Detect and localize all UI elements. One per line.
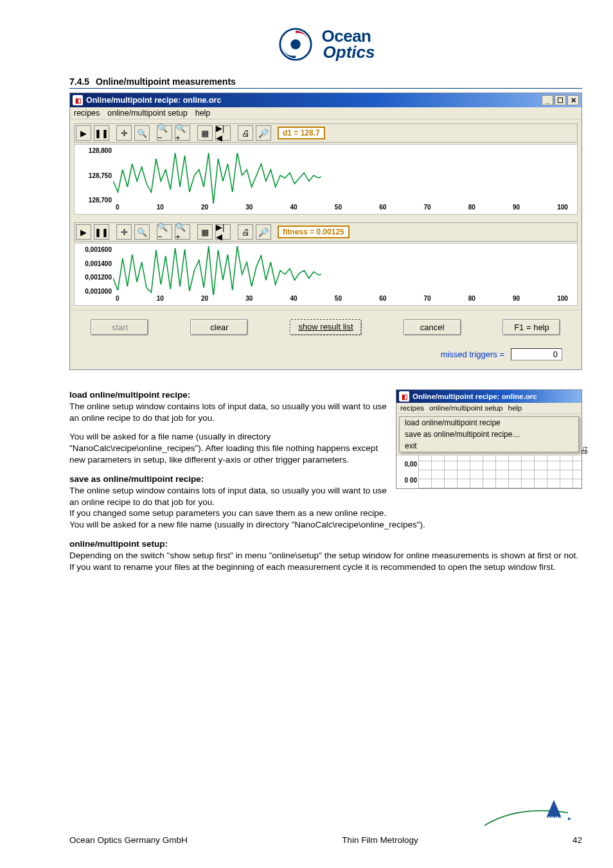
inset-menu-recipes[interactable]: recipes xyxy=(400,404,424,412)
skip-icon[interactable]: ▶|◀ xyxy=(215,224,231,240)
print-icon[interactable]: 🖨 xyxy=(238,224,253,240)
chart1-pane: ▶ ❚❚ ✛ 🔍 🔍− 🔍+ ▦ ▶|◀ 🖨 🔎 d1 = 128.7 128,… xyxy=(70,120,582,310)
logo: Ocean Optics xyxy=(69,26,582,65)
chart1-area: 128,800 128,750 128,700 0 10 20 30 40 50… xyxy=(74,144,578,215)
dropdown-save[interactable]: save as online/multipoint recipe… xyxy=(400,429,578,440)
mikropack-logo: Mikropack ▸ xyxy=(484,799,574,829)
dropdown-load[interactable]: load online/multipoint recipe xyxy=(400,417,578,429)
missed-triggers-value: 0 xyxy=(511,348,562,360)
page-number: 42 xyxy=(573,835,582,845)
inset-title: Online/multipoint recipe: online.orc xyxy=(413,393,537,400)
status-row: missed triggers = 0 xyxy=(70,344,582,369)
svg-point-1 xyxy=(290,39,300,49)
print-icon[interactable]: 🖨 xyxy=(238,125,253,141)
menu-recipes[interactable]: recipes xyxy=(74,109,100,118)
clear-button[interactable]: clear xyxy=(190,319,248,335)
title-bar: ◧ Online/multipoint recipe: online.orc _… xyxy=(70,93,582,107)
menu-help[interactable]: help xyxy=(195,109,211,118)
zoom-icon[interactable]: 🔍 xyxy=(134,224,150,240)
app-icon: ◧ xyxy=(399,391,409,402)
footer-center: Thin Film Metrology xyxy=(342,835,418,845)
inset-print-icon[interactable]: 🖨 xyxy=(580,445,589,455)
preview-icon[interactable]: 🔎 xyxy=(256,224,271,240)
section-number: 7.4.5 xyxy=(69,76,89,87)
inset-title-bar: ◧ Online/multipoint recipe: online.orc xyxy=(396,390,582,403)
chart2-y-axis: 0,001600 0,001400 0,001200 0,001000 xyxy=(75,244,113,305)
svg-text:▸: ▸ xyxy=(568,815,571,822)
start-button[interactable]: start xyxy=(91,319,148,335)
help-button[interactable]: F1 = help xyxy=(502,319,560,335)
para-setup: Depending on the switch "show setup firs… xyxy=(69,550,582,573)
chart2-readout: fitness = 0.00125 xyxy=(278,226,350,238)
dropdown-exit[interactable]: exit xyxy=(400,440,578,452)
grid-icon[interactable]: ▦ xyxy=(197,125,213,141)
play-icon[interactable]: ▶ xyxy=(76,224,91,240)
section-title: Online/multipoint measurements xyxy=(96,76,236,87)
button-row: start clear show result list cancel F1 =… xyxy=(70,310,582,344)
chart2-line xyxy=(113,246,577,295)
zoom-out-icon[interactable]: 🔍− xyxy=(157,125,172,141)
play-icon[interactable]: ▶ xyxy=(76,125,91,141)
inset-window: ◧ Online/multipoint recipe: online.orc r… xyxy=(396,389,582,489)
footer-left: Ocean Optics Germany GmbH xyxy=(69,835,188,845)
show-result-button[interactable]: show result list xyxy=(290,319,361,335)
zoom-in-icon[interactable]: 🔍+ xyxy=(175,125,190,141)
chart2-toolbar: ▶ ❚❚ ✛ 🔍 🔍− 🔍+ ▦ ▶|◀ 🖨 🔎 fitness = 0.001… xyxy=(74,222,578,242)
skip-icon[interactable]: ▶|◀ xyxy=(215,125,231,141)
app-window: ◧ Online/multipoint recipe: online.orc _… xyxy=(69,93,582,370)
crosshair-icon[interactable]: ✛ xyxy=(116,224,132,240)
pause-icon[interactable]: ❚❚ xyxy=(94,125,109,141)
menu-bar: recipes online/multipoint setup help xyxy=(70,107,582,120)
heading-setup: online/multipoint setup: xyxy=(69,538,582,550)
chart1-y-axis: 128,800 128,750 128,700 xyxy=(75,145,113,214)
crosshair-icon[interactable]: ✛ xyxy=(116,125,132,141)
recipes-dropdown: load online/multipoint recipe save as on… xyxy=(399,416,579,452)
preview-icon[interactable]: 🔎 xyxy=(256,125,271,141)
minimize-button[interactable]: _ xyxy=(542,95,553,105)
inset-menu-setup[interactable]: online/multipoint setup xyxy=(429,404,502,412)
zoom-icon[interactable]: 🔍 xyxy=(134,125,150,141)
cancel-button[interactable]: cancel xyxy=(404,319,461,335)
chart2-area: 0,001600 0,001400 0,001200 0,001000 0 10… xyxy=(74,243,578,306)
para-save-3: You will be asked for a new file name (u… xyxy=(69,519,582,531)
chart2-x-axis: 0 10 20 30 40 50 60 70 80 90 100 xyxy=(113,295,571,305)
chart1-x-axis: 0 10 20 30 40 50 60 70 80 90 100 xyxy=(113,204,571,214)
pause-icon[interactable]: ❚❚ xyxy=(94,224,109,240)
menu-online-setup[interactable]: online/multipoint setup xyxy=(107,109,187,118)
ocean-optics-swirl-icon xyxy=(277,26,314,63)
page-footer: Ocean Optics Germany GmbH Thin Film Metr… xyxy=(69,835,582,845)
svg-text:Mikropack: Mikropack xyxy=(536,814,571,822)
para-save-2: If you changed some setup parameters you… xyxy=(69,508,582,519)
missed-triggers-label: missed triggers = xyxy=(441,350,504,359)
body-text: ◧ Online/multipoint recipe: online.orc r… xyxy=(69,389,582,580)
chart1-line xyxy=(113,147,577,204)
chart1-toolbar: ▶ ❚❚ ✛ 🔍 🔍− 🔍+ ▦ ▶|◀ 🖨 🔎 d1 = 128.7 xyxy=(74,123,578,143)
logo-line2: Optics xyxy=(323,44,375,60)
zoom-out-icon[interactable]: 🔍− xyxy=(157,224,172,240)
maximize-button[interactable]: ☐ xyxy=(555,95,566,105)
grid-icon[interactable]: ▦ xyxy=(197,224,213,240)
chart1-readout: d1 = 128.7 xyxy=(278,127,325,139)
inset-mini-chart: 0,00 0 00 xyxy=(396,455,582,488)
section-heading: 7.4.5 Online/multipoint measurements xyxy=(69,76,582,89)
window-title: Online/multipoint recipe: online.orc xyxy=(86,96,221,105)
inset-menu-help[interactable]: help xyxy=(508,404,522,412)
zoom-in-icon[interactable]: 🔍+ xyxy=(175,224,190,240)
close-button[interactable]: ✕ xyxy=(567,95,579,105)
app-icon: ◧ xyxy=(73,95,83,105)
